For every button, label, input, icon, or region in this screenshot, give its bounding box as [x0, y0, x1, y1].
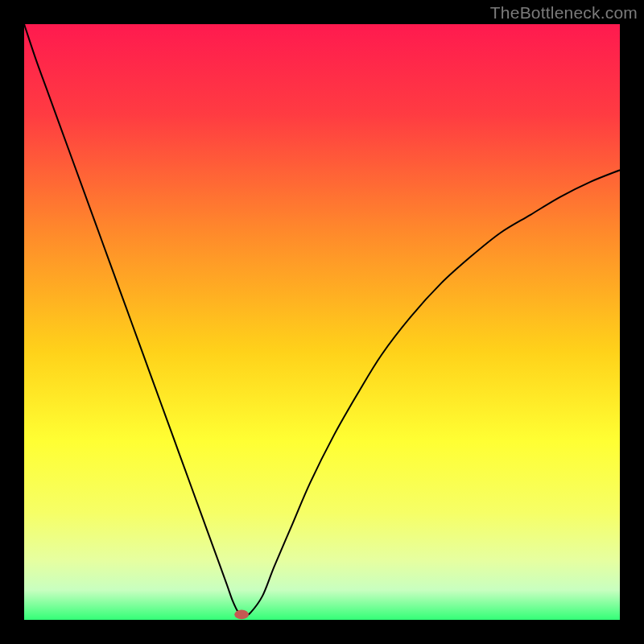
chart-frame: TheBottleneck.com [0, 0, 644, 644]
plot-area [24, 24, 620, 620]
chart-background [24, 24, 620, 620]
watermark-text: TheBottleneck.com [490, 3, 638, 23]
chart-svg [24, 24, 620, 620]
minimum-marker [234, 609, 249, 619]
